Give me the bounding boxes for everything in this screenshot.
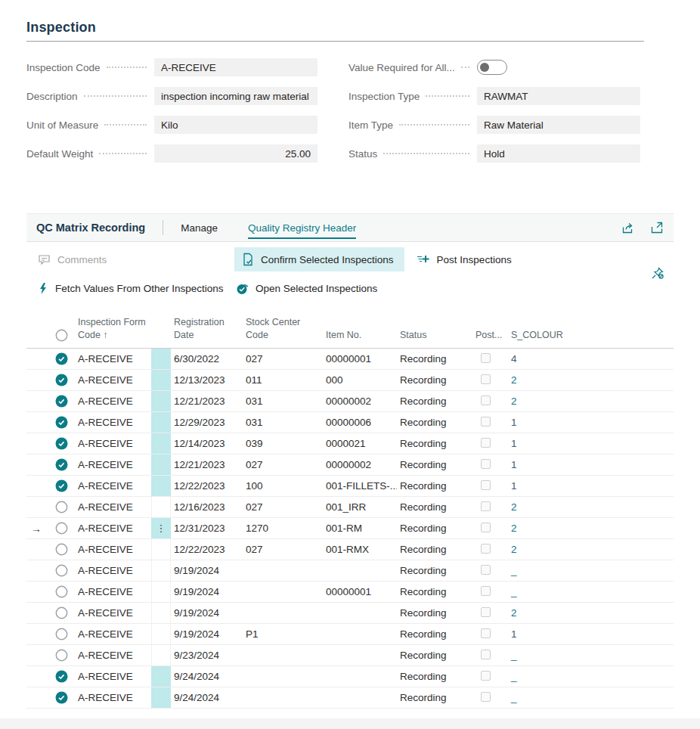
table-row[interactable]: A-RECEIVE12/13/2023011000Recording2 (26, 370, 674, 391)
cell-registration-date[interactable]: 9/24/2024 (171, 671, 243, 682)
cell-inspection-form-code[interactable]: A-RECEIVE (75, 628, 151, 640)
cell-item-no[interactable]: 000 (323, 374, 397, 386)
cell-s-colour[interactable]: 2 (508, 544, 674, 555)
cell-s-colour[interactable]: 1 (508, 628, 674, 640)
cell-s-colour[interactable]: 1 (508, 480, 674, 492)
row-select-checkbox[interactable] (48, 352, 75, 365)
cell-registration-date[interactable]: 12/22/2023 (171, 544, 243, 555)
cell-inspection-form-code[interactable]: A-RECEIVE (75, 353, 151, 364)
cell-s-colour[interactable]: _ (508, 650, 674, 661)
default-weight-input[interactable]: 25.00 (154, 144, 317, 163)
table-row[interactable]: A-RECEIVE9/19/202400000001Recording_ (26, 582, 674, 603)
cell-item-no[interactable]: 001-RM (323, 523, 397, 534)
table-row[interactable]: A-RECEIVE12/22/2023100001-FILLETS-...Rec… (26, 476, 674, 497)
status-input[interactable]: Hold (477, 144, 640, 163)
cell-inspection-form-code[interactable]: A-RECEIVE (75, 565, 151, 576)
row-select-checkbox[interactable] (48, 691, 75, 704)
menu-manage[interactable]: Manage (181, 222, 218, 234)
cell-s-colour[interactable]: 1 (508, 417, 674, 428)
table-row[interactable]: A-RECEIVE9/19/2024P1Recording1 (26, 624, 674, 645)
row-select-checkbox[interactable] (48, 628, 75, 641)
row-select-checkbox[interactable] (48, 606, 75, 619)
cell-registration-date[interactable]: 9/23/2024 (171, 650, 243, 661)
cell-item-no[interactable]: 00000001 (323, 586, 397, 597)
cell-post-checkbox[interactable] (472, 692, 508, 704)
cell-s-colour[interactable]: _ (508, 565, 674, 576)
table-row[interactable]: A-RECEIVE12/14/20230390000021Recording1 (26, 433, 674, 454)
cell-inspection-form-code[interactable]: A-RECEIVE (75, 501, 151, 513)
row-select-checkbox[interactable] (48, 374, 75, 386)
cell-s-colour[interactable]: 1 (508, 438, 674, 449)
cell-inspection-form-code[interactable]: A-RECEIVE (75, 671, 151, 682)
comments-button[interactable]: Comments (36, 247, 114, 271)
confirm-selected-inspections-button[interactable]: Confirm Selected Inspections (234, 247, 404, 271)
table-row[interactable]: A-RECEIVE9/19/2024Recording2 (26, 603, 674, 624)
cell-inspection-form-code[interactable]: A-RECEIVE (75, 607, 151, 619)
cell-post-checkbox[interactable] (472, 650, 508, 662)
row-select-checkbox[interactable] (48, 458, 75, 471)
cell-registration-date[interactable]: 6/30/2022 (171, 353, 243, 364)
col-header-status[interactable]: Status (397, 329, 472, 348)
unpin-icon[interactable] (651, 266, 664, 283)
cell-stock-center-code[interactable]: 027 (243, 544, 323, 555)
cell-s-colour[interactable]: 2 (508, 396, 674, 407)
open-selected-inspections-button[interactable]: Open Selected Inspections (234, 276, 385, 300)
cell-post-checkbox[interactable] (472, 565, 508, 577)
cell-stock-center-code[interactable]: 027 (243, 459, 323, 470)
cell-registration-date[interactable]: 9/19/2024 (171, 565, 243, 576)
cell-registration-date[interactable]: 9/19/2024 (171, 607, 243, 619)
post-inspections-button[interactable]: Post Inspections (415, 247, 519, 271)
row-select-checkbox[interactable] (48, 395, 75, 408)
cell-item-no[interactable]: 00000001 (323, 353, 397, 364)
cell-item-no[interactable]: 001-FILLETS-... (323, 480, 397, 492)
col-header-item-no[interactable]: Item No. (323, 329, 397, 348)
item-type-input[interactable]: Raw Material (477, 116, 640, 134)
row-select-checkbox[interactable] (48, 670, 75, 683)
cell-s-colour[interactable]: _ (508, 586, 674, 597)
cell-stock-center-code[interactable]: 1270 (243, 523, 323, 534)
cell-s-colour[interactable]: 2 (508, 374, 674, 386)
table-row[interactable]: A-RECEIVE9/23/2024Recording_ (26, 645, 674, 666)
description-input[interactable]: inspection incoming raw material (154, 87, 317, 105)
row-options-ellipsis[interactable]: ⋮ (151, 518, 171, 538)
cell-stock-center-code[interactable]: 011 (243, 374, 323, 386)
select-all-circle[interactable] (48, 329, 75, 348)
cell-inspection-form-code[interactable]: A-RECEIVE (75, 438, 151, 449)
cell-stock-center-code[interactable]: 027 (243, 353, 323, 364)
row-select-checkbox[interactable] (48, 437, 75, 450)
cell-stock-center-code[interactable]: P1 (243, 628, 323, 640)
cell-inspection-form-code[interactable]: A-RECEIVE (75, 523, 151, 534)
cell-item-no[interactable]: 00000006 (323, 417, 397, 428)
cell-post-checkbox[interactable] (472, 480, 508, 492)
cell-post-checkbox[interactable] (472, 396, 508, 408)
cell-stock-center-code[interactable]: 031 (243, 396, 323, 407)
cell-post-checkbox[interactable] (472, 628, 508, 641)
col-header-s-colour[interactable]: S_COLOUR (508, 329, 674, 348)
cell-registration-date[interactable]: 12/29/2023 (171, 417, 243, 428)
cell-registration-date[interactable]: 12/14/2023 (171, 438, 243, 449)
cell-post-checkbox[interactable] (472, 586, 508, 598)
row-select-checkbox[interactable] (48, 479, 75, 492)
cell-item-no[interactable]: 0000021 (323, 438, 397, 449)
cell-post-checkbox[interactable] (472, 544, 508, 556)
table-row[interactable]: A-RECEIVE12/21/202303100000002Recording2 (26, 391, 674, 412)
cell-inspection-form-code[interactable]: A-RECEIVE (75, 692, 151, 703)
cell-inspection-form-code[interactable]: A-RECEIVE (75, 480, 151, 492)
row-select-checkbox[interactable] (48, 501, 75, 513)
cell-registration-date[interactable]: 9/19/2024 (171, 628, 243, 640)
cell-s-colour[interactable]: 2 (508, 523, 674, 534)
cell-s-colour[interactable]: 2 (508, 501, 674, 513)
cell-registration-date[interactable]: 12/16/2023 (171, 501, 243, 513)
cell-registration-date[interactable]: 9/19/2024 (171, 586, 243, 597)
cell-registration-date[interactable]: 12/21/2023 (171, 459, 243, 470)
cell-inspection-form-code[interactable]: A-RECEIVE (75, 374, 151, 386)
cell-registration-date[interactable]: 12/21/2023 (171, 396, 243, 407)
cell-post-checkbox[interactable] (472, 607, 508, 619)
cell-post-checkbox[interactable] (472, 374, 508, 386)
col-header-inspection-form-code[interactable]: Inspection Form Code ↑ (75, 316, 151, 348)
col-header-registration-date[interactable]: Registration Date (171, 316, 243, 348)
cell-post-checkbox[interactable] (472, 438, 508, 450)
cell-inspection-form-code[interactable]: A-RECEIVE (75, 417, 151, 428)
cell-inspection-form-code[interactable]: A-RECEIVE (75, 586, 151, 597)
table-row[interactable]: A-RECEIVE12/16/2023027001_IRRRecording2 (26, 497, 674, 518)
